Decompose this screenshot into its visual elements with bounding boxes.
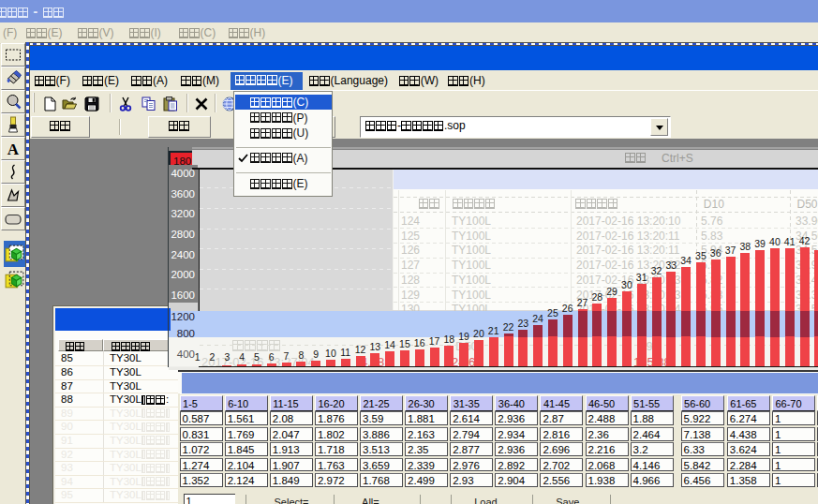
svg-text:A: A <box>7 141 20 158</box>
